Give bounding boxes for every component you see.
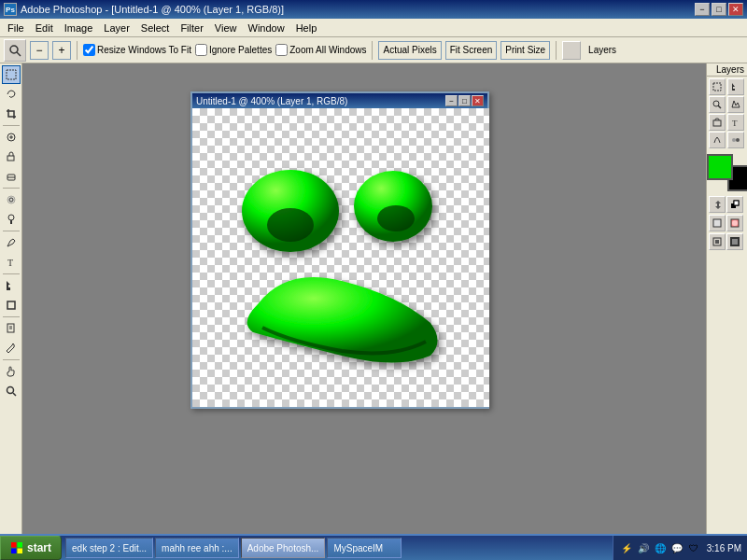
color-swatches <box>707 154 747 191</box>
menu-window[interactable]: Window <box>243 21 290 35</box>
tool-separator-5 <box>3 316 20 317</box>
right-tool-1[interactable] <box>709 78 726 95</box>
zoom-in-button[interactable]: + <box>52 41 71 60</box>
lasso-tool[interactable] <box>2 85 21 104</box>
full-screen-icon[interactable] <box>726 233 743 250</box>
quick-mask-standard-icon[interactable] <box>709 215 726 231</box>
title-buttons: − □ ✕ <box>695 3 743 16</box>
swap-colors-icon[interactable] <box>709 196 726 213</box>
layers-panel-header[interactable]: Layers <box>707 63 747 77</box>
marquee-tool[interactable] <box>2 65 21 84</box>
actual-pixels-button[interactable]: Actual Pixels <box>378 41 441 60</box>
tray-icon-4[interactable]: 💬 <box>669 540 684 555</box>
minimize-button[interactable]: − <box>695 3 710 16</box>
svg-rect-42 <box>18 542 23 548</box>
menu-select[interactable]: Select <box>135 21 176 35</box>
close-button[interactable]: ✕ <box>728 3 743 16</box>
dodge-tool[interactable] <box>2 210 21 229</box>
crop-tool[interactable] <box>2 105 21 123</box>
zoom-all-windows-checkbox[interactable]: Zoom All Windows <box>275 44 366 56</box>
options-bar: − + Resize Windows To Fit Ignore Palette… <box>0 37 747 63</box>
taskbar-item-2[interactable]: Adobe Photosh... <box>241 538 326 558</box>
eyedropper-tool[interactable] <box>2 339 21 357</box>
fit-screen-button[interactable]: Fit Screen <box>445 41 498 60</box>
shape-tool[interactable] <box>2 296 21 315</box>
tray-icon-2[interactable]: 🔊 <box>636 540 651 555</box>
default-colors-icon[interactable] <box>726 196 743 213</box>
right-tool-2[interactable] <box>727 78 744 95</box>
svg-point-18 <box>7 387 13 394</box>
windows-logo-icon <box>10 541 23 554</box>
taskbar-item-0[interactable]: edk step 2 : Edit... <box>65 538 153 558</box>
taskbar: start edk step 2 : Edit... mahh ree ahh … <box>0 534 747 560</box>
main-layout: T Untitled-1 @ 400% (Layer 1, RGB/8) <box>0 63 747 538</box>
right-tool-3[interactable] <box>709 96 726 113</box>
zoom-out-button[interactable]: − <box>30 41 49 60</box>
taskbar-item-1[interactable]: mahh ree ahh :... <box>155 538 239 558</box>
system-clock: 3:16 PM <box>703 543 741 553</box>
right-tool-7[interactable] <box>709 132 726 148</box>
svg-rect-40 <box>732 239 738 245</box>
canvas-area[interactable]: Untitled-1 @ 400% (Layer 1, RGB/8) − □ ✕ <box>22 63 706 538</box>
menu-image[interactable]: Image <box>59 21 99 35</box>
svg-rect-33 <box>734 201 739 205</box>
menu-filter[interactable]: Filter <box>175 21 208 35</box>
zoom-tool[interactable] <box>2 382 21 400</box>
svg-rect-43 <box>11 549 17 554</box>
svg-rect-24 <box>713 83 721 91</box>
right-tool-8[interactable] <box>727 132 744 148</box>
type-tool[interactable]: T <box>2 253 21 272</box>
healing-brush-tool[interactable] <box>2 128 21 147</box>
eraser-tool[interactable] <box>2 167 21 186</box>
svg-rect-14 <box>7 301 15 309</box>
menu-file[interactable]: File <box>2 21 30 35</box>
svg-line-26 <box>718 105 721 108</box>
tray-icon-3[interactable]: 🌐 <box>653 540 668 555</box>
doc-close-button[interactable]: ✕ <box>472 95 484 106</box>
right-tool-5[interactable] <box>709 114 726 131</box>
canvas-content[interactable] <box>192 108 489 407</box>
screen-mode-icon[interactable] <box>709 233 726 250</box>
notes-tool[interactable] <box>2 319 21 338</box>
clone-stamp-tool[interactable] <box>2 147 21 166</box>
taskbar-item-3[interactable]: MySpaceIM <box>327 538 402 558</box>
right-tool-4[interactable] <box>727 96 744 113</box>
svg-text:T: T <box>7 258 13 268</box>
svg-point-0 <box>10 46 18 53</box>
resize-windows-checkbox[interactable]: Resize Windows To Fit <box>83 44 191 56</box>
extra-tools-row2 <box>707 214 747 232</box>
path-select-tool[interactable] <box>2 276 21 295</box>
doc-maximize-button[interactable]: □ <box>458 95 471 106</box>
menu-help[interactable]: Help <box>290 21 323 35</box>
ignore-palettes-checkbox[interactable]: Ignore Palettes <box>195 44 272 56</box>
title-text: Adobe Photoshop - [Untitled-1 @ 400% (La… <box>21 4 695 15</box>
svg-line-19 <box>13 393 16 396</box>
svg-rect-27 <box>713 120 721 126</box>
print-size-button[interactable]: Print Size <box>500 41 550 60</box>
doc-title-buttons: − □ ✕ <box>445 95 484 106</box>
tray-icon-1[interactable]: ⚡ <box>619 540 634 555</box>
smiley-graphic <box>192 108 489 407</box>
tray-icon-5[interactable]: 🛡 <box>686 540 701 555</box>
menu-layer[interactable]: Layer <box>98 21 135 35</box>
svg-rect-2 <box>7 70 16 79</box>
start-button[interactable]: start <box>0 536 62 560</box>
menu-view[interactable]: View <box>209 21 243 35</box>
pen-tool[interactable] <box>2 233 21 252</box>
doc-minimize-button[interactable]: − <box>445 95 458 106</box>
palette-button[interactable] <box>562 41 581 60</box>
app-icon: Ps <box>4 3 17 16</box>
svg-text:T: T <box>732 119 738 127</box>
document-titlebar: Untitled-1 @ 400% (Layer 1, RGB/8) − □ ✕ <box>192 93 487 108</box>
maximize-button[interactable]: □ <box>712 3 726 16</box>
zoom-tool-icon[interactable] <box>4 39 26 62</box>
layers-label: Layers <box>588 45 616 55</box>
quick-mask-mode-icon[interactable] <box>726 215 743 231</box>
blur-tool[interactable] <box>2 190 21 209</box>
hand-tool[interactable] <box>2 362 21 381</box>
menu-edit[interactable]: Edit <box>30 21 59 35</box>
right-tool-6[interactable]: T <box>727 114 744 131</box>
tool-separator-1 <box>3 125 20 126</box>
foreground-color-swatch[interactable] <box>707 154 733 180</box>
taskbar-tray: ⚡ 🔊 🌐 💬 🛡 3:16 PM <box>613 536 747 560</box>
